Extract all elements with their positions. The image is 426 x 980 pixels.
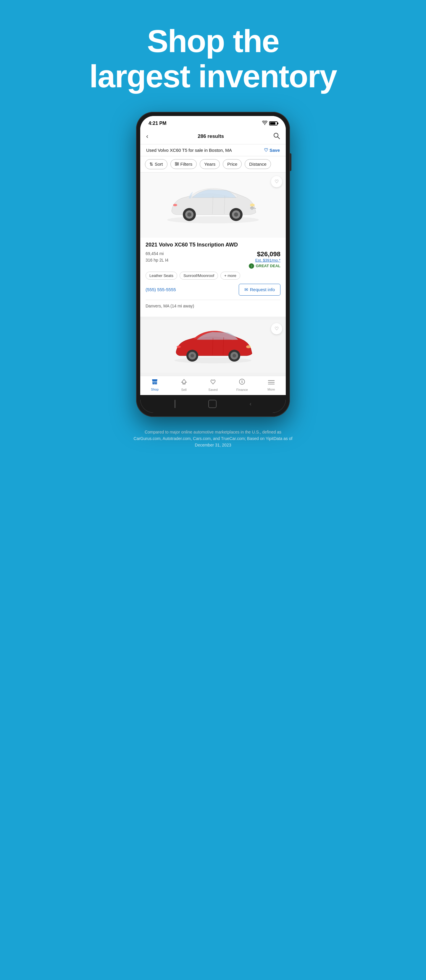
svg-point-17	[250, 204, 255, 207]
svg-point-29	[246, 345, 251, 348]
more-icon	[268, 379, 275, 387]
shop-icon	[151, 379, 158, 387]
sell-label: Sell	[181, 388, 186, 391]
save-button[interactable]: ♡ Save	[264, 147, 280, 153]
filter-icon	[175, 162, 179, 167]
svg-point-20	[175, 358, 251, 363]
svg-point-5	[175, 162, 176, 163]
contact-row-1: (555) 555-5555 ✉ Request info	[146, 284, 280, 296]
heart-icon: ♡	[264, 147, 268, 153]
back-button[interactable]: ‹	[146, 132, 148, 140]
footer-disclaimer: Compared to major online automotive mark…	[130, 429, 296, 449]
hero-line2: largest inventory	[89, 58, 337, 94]
filter-row: ⇅ Sort Filters	[140, 156, 286, 172]
shop-label: Shop	[151, 388, 159, 391]
nav-sell[interactable]: Sell	[174, 379, 194, 391]
status-time: 4:21 PM	[148, 121, 166, 126]
android-nav-bar: ‹	[140, 395, 286, 413]
status-icons	[262, 121, 278, 126]
svg-point-6	[177, 163, 178, 164]
deal-badge-1: ↑ GREAT DEAL	[249, 263, 280, 269]
svg-point-33	[155, 383, 156, 384]
location-1: Danvers, MA (14 mi away)	[146, 300, 280, 312]
svg-text:$: $	[241, 380, 243, 383]
price-filter[interactable]: Price	[223, 159, 242, 169]
sort-filter[interactable]: ⇅ Sort	[145, 159, 167, 169]
est-payment-1: Est. $391/mo.*	[249, 258, 280, 262]
car-listing-1: ♡ 2021 Volvo XC60 T5 Inscription AWD 69,…	[140, 172, 286, 317]
car-engine-1: 316 hp 2L I4	[146, 257, 168, 263]
deal-label: GREAT DEAL	[256, 264, 280, 268]
car-mileage-1: 69,454 mi	[146, 250, 168, 257]
finance-icon: $	[239, 379, 245, 387]
svg-point-26	[232, 354, 236, 358]
search-query-text: Used Volvo XC60 T5 for sale in Boston, M…	[146, 148, 232, 153]
sell-icon	[181, 379, 187, 387]
years-filter[interactable]: Years	[200, 159, 220, 169]
request-info-button[interactable]: ✉ Request info	[239, 284, 280, 296]
svg-point-8	[167, 216, 259, 223]
listings-container: ♡ 2021 Volvo XC60 T5 Inscription AWD 69,…	[140, 172, 286, 373]
svg-point-18	[173, 204, 177, 206]
nav-shop[interactable]: Shop	[145, 379, 165, 391]
distance-label: Distance	[249, 162, 266, 167]
battery-icon	[269, 121, 278, 126]
car-price-info-1: $26,098 Est. $391/mo.* ↑ GREAT DEAL	[249, 250, 280, 269]
search-button[interactable]	[273, 132, 280, 140]
feature-more[interactable]: + more	[220, 272, 240, 280]
envelope-icon: ✉	[244, 287, 248, 292]
feature-sunroof: Sunroof/Moonroof	[180, 272, 218, 280]
bottom-nav: Shop Sell	[140, 376, 286, 395]
back-nav-button[interactable]: ‹	[250, 400, 252, 407]
saved-label: Saved	[208, 388, 218, 391]
phone-frame: 4:21 PM ‹	[136, 112, 290, 417]
hero-line1: Shop the	[147, 23, 279, 59]
nav-saved[interactable]: Saved	[203, 379, 223, 391]
finance-label: Finance	[236, 388, 248, 391]
car-details-1: 2021 Volvo XC60 T5 Inscription AWD 69,45…	[140, 238, 286, 317]
distance-filter[interactable]: Distance	[245, 159, 271, 169]
home-button[interactable]	[208, 400, 216, 408]
car-meta-1: 69,454 mi 316 hp 2L I4	[146, 250, 168, 264]
filters-filter[interactable]: Filters	[170, 159, 197, 169]
car-price-1: $26,098	[249, 250, 280, 258]
phone-link-1[interactable]: (555) 555-5555	[146, 287, 176, 292]
sort-label: Sort	[155, 162, 163, 167]
svg-point-30	[176, 345, 181, 348]
car-title-1: 2021 Volvo XC60 T5 Inscription AWD	[146, 242, 238, 248]
status-bar: 4:21 PM	[140, 116, 286, 129]
svg-point-23	[191, 354, 194, 358]
svg-line-1	[278, 137, 280, 139]
phone-screen: 4:21 PM ‹	[140, 116, 286, 413]
car-listing-2: ♡	[140, 320, 286, 373]
more-label: More	[267, 388, 275, 391]
hero-section: Shop the largest inventory	[89, 24, 337, 94]
nav-finance[interactable]: $ Finance	[232, 379, 252, 391]
results-count: 286 results	[198, 134, 224, 139]
app-header: ‹ 286 results	[140, 129, 286, 145]
svg-point-11	[187, 212, 191, 216]
sort-icon: ⇅	[149, 162, 153, 167]
phone-mockup: 4:21 PM ‹	[136, 112, 290, 417]
recent-apps-button[interactable]	[175, 400, 175, 408]
wifi-icon	[262, 121, 267, 126]
svg-point-7	[176, 164, 177, 166]
feature-leather: Leather Seats	[146, 272, 177, 280]
years-label: Years	[204, 162, 215, 167]
search-subtitle: Used Volvo XC60 T5 for sale in Boston, M…	[140, 145, 286, 156]
nav-more[interactable]: More	[261, 379, 281, 391]
price-label: Price	[227, 162, 237, 167]
svg-point-14	[234, 212, 238, 216]
filters-label: Filters	[180, 162, 192, 167]
car-image-red: ♡	[140, 320, 286, 373]
deal-icon: ↑	[249, 263, 254, 269]
saved-icon	[210, 379, 216, 387]
feature-tags-1: Leather Seats Sunroof/Moonroof + more	[146, 272, 280, 280]
favorite-button-1[interactable]: ♡	[271, 176, 282, 187]
car-image-white: ♡	[140, 172, 286, 238]
svg-point-32	[153, 383, 154, 384]
favorite-button-2[interactable]: ♡	[271, 323, 282, 334]
